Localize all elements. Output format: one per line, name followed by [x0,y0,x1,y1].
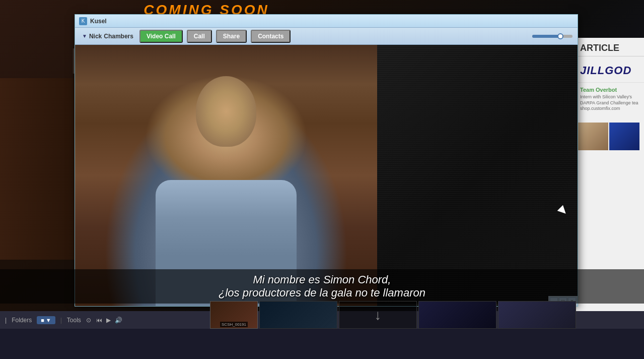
media-thumb-3[interactable] [418,301,496,329]
team-label: Team Overbot [580,87,640,93]
subtitle-line-2: ¿los productores de la gala no te llamar… [10,286,634,300]
photo-thumb-2 [609,123,639,150]
contact-dropdown[interactable]: ▼ Nick Chambers [80,32,135,41]
toolbar-pipe: | [5,317,7,324]
media-thumb-2[interactable] [259,301,337,329]
video-call-tab[interactable]: Video Call [139,30,183,43]
toolbar-separator: | [60,317,62,324]
media-strip [0,329,644,359]
app-toolbar: ▼ Nick Chambers Video Call Call Share Co… [75,28,578,45]
rewind-button[interactable]: ⏮ [96,317,102,324]
volume-slider[interactable] [532,35,573,38]
subtitle-bar: Mi nombre es Simon Chord, ¿los productor… [0,269,644,304]
photo-thumb-1 [578,123,608,150]
video-texture [377,45,578,306]
arrow-down-icon: ↓ [375,307,382,323]
left-panel [0,78,75,260]
dropdown-arrow-icon: ▼ [82,33,87,39]
dark-video-feed [377,45,578,306]
video-area [75,45,578,306]
bottom-photos-strip: SCSH_00191 ↓ [210,301,576,329]
contacts-tab[interactable]: Contacts [251,30,291,43]
right-panel: ARTICLE JILLGOD Team Overbot Intern with… [576,38,644,350]
app-title: Kusel [90,18,107,25]
media-thumb-1[interactable]: SCSH_00191 [210,301,258,329]
contact-surname: Chambers [104,33,133,40]
play-button[interactable]: ▶ [106,317,111,324]
main-video-feed [75,45,377,306]
team-section: Team Overbot Intern with Silicon Valley'… [576,82,644,116]
kusel-window: K Kusel ▼ Nick Chambers Video Call Call … [75,14,578,307]
brand-logo: JILLGOD [576,56,644,80]
panel-photos [576,118,644,154]
call-tab[interactable]: Call [187,30,212,43]
subtitle-line-1: Mi nombre es Simon Chord, [10,273,634,286]
media-thumb-4[interactable] [498,301,576,329]
head-shape [196,76,256,147]
tools-label: Tools [67,317,81,324]
playback-controls: ⏮ ▶ 🔊 [96,317,122,324]
volume-icon[interactable]: 🔊 [115,317,122,324]
folders-label: Folders [12,317,32,324]
media-thumb-label: SCSH_00191 [220,322,248,327]
share-tab[interactable]: Share [216,30,247,43]
volume-thumb [557,33,563,39]
media-arrow-down[interactable]: ↓ [339,301,417,329]
volume-fill [532,35,560,38]
app-icon: K [79,17,87,25]
articles-title: ARTICLE [576,38,644,56]
tools-icon[interactable]: ⊙ [86,317,91,324]
title-bar: K Kusel [75,15,578,28]
team-description: Intern with Silicon Valley's DARPA Grand… [580,94,640,112]
toolbar-right [532,35,573,38]
folders-button[interactable]: ■ ▼ [37,316,55,324]
contact-prefix: Nick [89,33,102,40]
